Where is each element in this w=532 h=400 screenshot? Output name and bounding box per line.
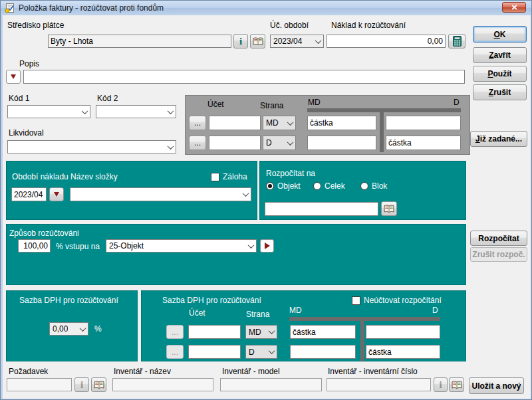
zaloha-label: Záloha xyxy=(223,172,247,181)
chevron-down-icon xyxy=(168,108,174,114)
ucet-row1-more-button[interactable]: ... xyxy=(189,116,206,130)
ucet-row1-strana-value: MD xyxy=(266,118,279,128)
stredisko-platce-field[interactable] xyxy=(48,35,231,48)
radio-objekt-label: Objekt xyxy=(277,181,301,191)
dph-row2-strana-value: D xyxy=(249,348,255,357)
dph-row1-strana-select[interactable]: MD xyxy=(245,325,277,339)
nazev-slozky-select[interactable] xyxy=(70,187,251,201)
radio-objekt[interactable]: Objekt xyxy=(266,181,301,191)
zavrit-button[interactable]: Zavřít xyxy=(473,47,527,63)
popis-history-button[interactable] xyxy=(6,70,21,84)
dph-row2-md-field[interactable] xyxy=(290,345,356,359)
naklad-field[interactable] xyxy=(327,35,446,48)
ucet-row1-md-field[interactable] xyxy=(307,116,376,130)
inventar-lookup-button[interactable] xyxy=(449,377,464,392)
ucet-row2-strana-select[interactable]: D xyxy=(263,136,296,150)
dph-row1-md-field[interactable] xyxy=(290,325,356,339)
dph-rate-value: 0,00 xyxy=(53,324,68,334)
nazev-slozky-label: Název složky xyxy=(70,172,118,181)
calculator-button[interactable] xyxy=(448,34,466,49)
zrusit-rozpoc-button: Zrušit rozpoč. xyxy=(470,247,527,262)
chevron-down-icon xyxy=(248,242,255,249)
book-icon xyxy=(384,205,394,213)
ucet-row1-strana-select[interactable]: MD xyxy=(263,116,296,130)
jiz-zadane-button[interactable]: Již zadané... xyxy=(470,131,527,147)
vstup-na-action-button[interactable] xyxy=(260,239,274,252)
kod1-select[interactable] xyxy=(7,105,90,118)
ok-button[interactable]: OK xyxy=(473,26,527,43)
md-header-bar xyxy=(307,108,380,112)
ucet-panel: Účet Strana MD D ... MD ... D xyxy=(185,95,470,155)
ucet-row2-more-button[interactable]: ... xyxy=(189,136,206,150)
chevron-down-icon xyxy=(269,328,275,334)
d-header-bar xyxy=(364,317,440,321)
radio-blok-label: Blok xyxy=(372,181,387,191)
obdobi-nakladu-field[interactable] xyxy=(11,187,47,201)
chevron-down-icon xyxy=(168,143,174,150)
kod2-select[interactable] xyxy=(96,105,176,118)
zaloha-checkbox[interactable] xyxy=(211,173,219,181)
dph-percent-label: % xyxy=(94,324,102,334)
stredisko-info-button[interactable]: i xyxy=(233,34,248,49)
ucet-row1-d-field[interactable] xyxy=(386,116,461,130)
popis-label: Popis xyxy=(19,59,39,68)
radio-celek[interactable]: Celek xyxy=(313,181,345,191)
dph-rate-select[interactable]: 0,00 xyxy=(49,322,88,336)
ucet-row2-ucet-field[interactable] xyxy=(209,136,261,150)
ucet-row2-d-field[interactable] xyxy=(386,136,461,150)
md-d-divider xyxy=(380,108,384,152)
ucet-row2-md-field[interactable] xyxy=(307,136,376,150)
dph-row2-d-field[interactable] xyxy=(366,345,440,359)
inventar-model-field[interactable] xyxy=(220,378,322,391)
chevron-down-icon xyxy=(315,37,322,44)
red-arrow-down-icon xyxy=(11,74,16,79)
pozadavek-label: Požadavek xyxy=(9,367,48,376)
popis-field[interactable] xyxy=(23,70,465,84)
d-column-label: D xyxy=(454,98,460,107)
ucet-column-label: Účet xyxy=(207,100,224,109)
rozpocitat-button[interactable]: Rozpočítat xyxy=(470,231,527,246)
pozadavek-field[interactable] xyxy=(7,378,72,391)
percent-field[interactable] xyxy=(18,239,51,252)
ucet-row1-ucet-field[interactable] xyxy=(209,116,261,130)
rozpocitat-target-field[interactable] xyxy=(265,202,378,216)
stredisko-lookup-button[interactable] xyxy=(250,34,265,49)
zpusob-rozuctovani-panel: Způsob rozúčtováni % vstupu na 25-Objekt xyxy=(6,224,466,285)
dph-row2-ucet-field[interactable] xyxy=(188,345,241,359)
likvidoval-select[interactable] xyxy=(7,140,176,153)
chevron-down-icon xyxy=(269,348,275,354)
kod1-label: Kód 1 xyxy=(9,94,29,103)
md-column-label: MD xyxy=(308,98,321,107)
md-d-divider xyxy=(360,317,364,361)
book-icon xyxy=(452,381,462,389)
calculator-icon xyxy=(453,36,462,47)
dph-row1-ucet-field[interactable] xyxy=(188,325,241,339)
dph-row2-strana-select[interactable]: D xyxy=(245,345,277,359)
rozpocitat-lookup-button[interactable] xyxy=(381,201,397,216)
dph-row1-d-field[interactable] xyxy=(366,325,440,339)
vstup-na-label: % vstupu na xyxy=(56,242,100,251)
obdobi-nakladu-dropdown-button[interactable] xyxy=(49,187,64,201)
vstup-na-select[interactable]: 25-Objekt xyxy=(106,239,257,252)
md-header-bar xyxy=(289,317,360,321)
inventar-cislo-field[interactable] xyxy=(327,378,431,391)
chevron-down-icon xyxy=(80,325,86,332)
kod2-label: Kód 2 xyxy=(97,94,118,103)
dialog-window: Položka faktury - rozúčtovat proti fondů… xyxy=(0,0,532,400)
uc-obdobi-select[interactable]: 2023/04 xyxy=(270,35,324,48)
zrusit-button[interactable]: Zrušit xyxy=(473,84,527,100)
strana-column-label: Strana xyxy=(260,101,283,110)
close-icon xyxy=(511,5,517,10)
info-icon: i xyxy=(239,37,242,47)
radio-blok[interactable]: Blok xyxy=(360,181,387,191)
pouzit-button[interactable]: Použít xyxy=(473,66,527,82)
book-icon xyxy=(94,381,104,389)
ulozit-a-novy-button[interactable]: Uložit a nový xyxy=(469,377,524,394)
neuctovat-checkbox[interactable] xyxy=(352,296,360,305)
dph-ucet-column-label: Účet xyxy=(189,308,205,318)
close-button[interactable] xyxy=(502,2,526,13)
naklad-label: Náklad k rozúčtování xyxy=(331,21,406,30)
dph-right-label: Sazba DPH pro rozúčtování xyxy=(162,296,261,305)
inventar-nazev-field[interactable] xyxy=(112,378,213,391)
pozadavek-lookup-button[interactable] xyxy=(91,377,106,392)
